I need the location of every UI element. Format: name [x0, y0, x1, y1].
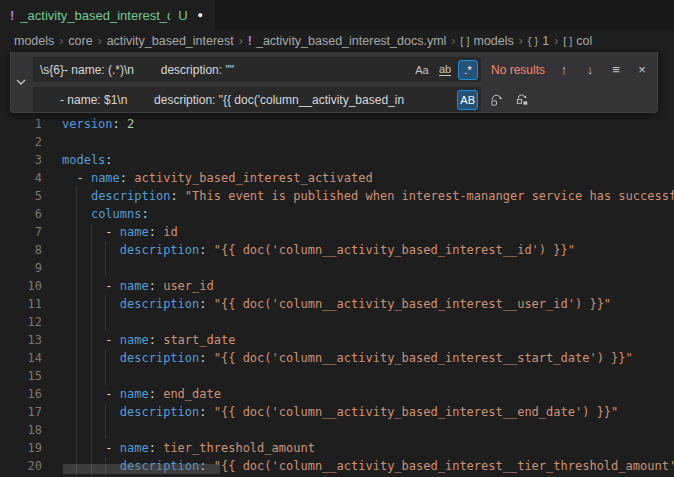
- indent-guide: [76, 313, 77, 331]
- line-number: 11: [0, 295, 42, 313]
- indent-guide: [105, 259, 106, 277]
- code-line[interactable]: models:: [62, 151, 113, 169]
- breadcrumb-separator: ›: [451, 34, 455, 48]
- code-line[interactable]: description: "This event is published wh…: [62, 187, 674, 205]
- code-line[interactable]: - name: id: [62, 223, 178, 241]
- indent-guide: [91, 259, 92, 277]
- code-line[interactable]: - name: user_id: [62, 277, 214, 295]
- indent-guide: [76, 367, 77, 385]
- find-in-selection-button[interactable]: ≡: [605, 59, 627, 81]
- regex-toggle[interactable]: .*: [458, 60, 478, 80]
- indent-guide: [91, 313, 92, 331]
- code-line[interactable]: - name: activity_based_interest_activate…: [62, 169, 373, 187]
- code-line[interactable]: description: "{{ doc('column__activity_b…: [62, 241, 575, 259]
- indent-guide: [105, 367, 106, 385]
- replace-all-icon: [515, 92, 530, 107]
- symbol-array-icon: [ ]: [460, 35, 469, 47]
- line-number: 19: [0, 439, 42, 457]
- toggle-replace-button[interactable]: [11, 52, 31, 112]
- breadcrumb-item[interactable]: !_activity_based_interest_docs.yml: [248, 34, 447, 48]
- find-results-status: No results: [491, 63, 549, 77]
- line-number: 13: [0, 331, 42, 349]
- tab-bar: ! _activity_based_interest_docs.yml U ●: [0, 0, 674, 30]
- arrow-up-icon: ↑: [561, 62, 568, 77]
- editor-tab[interactable]: ! _activity_based_interest_docs.yml U ●: [0, 0, 214, 30]
- line-number: 6: [0, 205, 42, 223]
- breadcrumb-label: models: [14, 34, 54, 48]
- breadcrumb-item[interactable]: [ ]col: [563, 34, 592, 48]
- line-number: 7: [0, 223, 42, 241]
- breadcrumb-item[interactable]: [ ]models: [460, 34, 513, 48]
- code-line[interactable]: - name: start_date: [62, 331, 235, 349]
- editor[interactable]: 1234567891011121314151617181920 version:…: [0, 52, 674, 477]
- breadcrumb-item[interactable]: activity_based_interest: [107, 34, 234, 48]
- code-line[interactable]: description: "{{ doc('column__activity_b…: [62, 295, 611, 313]
- breadcrumb-label: core: [68, 34, 92, 48]
- yaml-file-icon: !: [10, 8, 14, 23]
- code-line[interactable]: - name: end_date: [62, 385, 221, 403]
- breadcrumb-label: 1: [542, 34, 549, 48]
- indent-guide: [91, 421, 92, 439]
- horizontal-scrollbar[interactable]: [63, 464, 220, 474]
- symbol-array-icon: [ ]: [563, 35, 572, 47]
- breadcrumb-separator: ›: [98, 34, 102, 48]
- line-number: 14: [0, 349, 42, 367]
- replace-all-button[interactable]: [511, 89, 533, 111]
- code-line[interactable]: - name: tier_threshold_amount: [62, 439, 315, 457]
- replace-button[interactable]: [485, 89, 507, 111]
- chevron-down-icon: [16, 79, 26, 85]
- breadcrumb-separator: ›: [239, 34, 243, 48]
- replace-value-text: - name: $1\n description: "{{ doc('colum…: [40, 93, 454, 107]
- breadcrumb: models›core›activity_based_interest›!_ac…: [0, 30, 674, 52]
- line-number: 4: [0, 169, 42, 187]
- breadcrumb-label: col: [576, 34, 592, 48]
- breadcrumb-label: models: [474, 34, 514, 48]
- preserve-case-toggle[interactable]: AB: [457, 90, 478, 110]
- match-case-toggle[interactable]: Aa: [412, 60, 432, 80]
- breadcrumb-item[interactable]: models: [14, 34, 54, 48]
- next-match-button[interactable]: ↓: [579, 59, 601, 81]
- symbol-object-icon: { }: [528, 35, 538, 47]
- code-line[interactable]: version: 2: [62, 115, 134, 133]
- code-line[interactable]: columns:: [62, 205, 149, 223]
- indent-guide: [76, 421, 77, 439]
- line-number: 18: [0, 421, 42, 439]
- breadcrumb-separator: ›: [519, 34, 523, 48]
- line-number: 2: [0, 133, 42, 151]
- breadcrumb-label: _activity_based_interest_docs.yml: [256, 34, 446, 48]
- breadcrumb-separator: ›: [59, 34, 63, 48]
- modified-dot-icon[interactable]: ●: [198, 10, 203, 20]
- find-input[interactable]: \s{6}- name: (.*)\n description: "" Aa a…: [33, 57, 481, 82]
- code-line[interactable]: description: "{{ doc('column__activity_b…: [62, 403, 618, 421]
- indent-guide: [76, 259, 77, 277]
- line-number: 17: [0, 403, 42, 421]
- line-number: 5: [0, 187, 42, 205]
- line-number: 16: [0, 385, 42, 403]
- breadcrumb-item[interactable]: core: [68, 34, 92, 48]
- line-number: 8: [0, 241, 42, 259]
- git-status-badge: U: [178, 8, 187, 23]
- line-number: 9: [0, 259, 42, 277]
- previous-match-button[interactable]: ↑: [553, 59, 575, 81]
- find-widget: \s{6}- name: (.*)\n description: "" Aa a…: [10, 52, 658, 113]
- replace-input[interactable]: - name: $1\n description: "{{ doc('colum…: [33, 87, 481, 112]
- line-number: 10: [0, 277, 42, 295]
- tab-title: _activity_based_interest_docs.yml: [20, 8, 170, 23]
- code-line[interactable]: description: "{{ doc('column__activity_b…: [62, 349, 633, 367]
- indent-guide: [105, 313, 106, 331]
- close-find-button[interactable]: ×: [631, 59, 653, 81]
- whole-word-toggle[interactable]: ab: [435, 60, 455, 80]
- breadcrumb-item[interactable]: { }1: [528, 34, 549, 48]
- line-number: 12: [0, 313, 42, 331]
- replace-icon: [489, 92, 504, 107]
- close-icon: ×: [638, 62, 646, 77]
- yaml-file-icon: !: [248, 34, 252, 48]
- line-number: 20: [0, 457, 42, 475]
- find-query-text: \s{6}- name: (.*)\n description: "": [40, 63, 409, 77]
- indent-guide: [91, 367, 92, 385]
- selection-lines-icon: ≡: [612, 62, 620, 77]
- breadcrumb-separator: ›: [554, 34, 558, 48]
- line-number: 15: [0, 367, 42, 385]
- breadcrumb-label: activity_based_interest: [107, 34, 234, 48]
- arrow-down-icon: ↓: [587, 62, 594, 77]
